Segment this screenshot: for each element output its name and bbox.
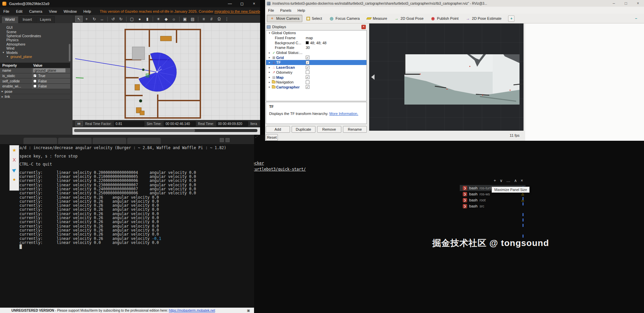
property-row-pose[interactable]: ▸pose (0, 89, 70, 95)
align-icon[interactable]: ≡ (200, 16, 207, 22)
display-row-frame-rate[interactable]: Frame Rate30 (266, 45, 366, 50)
checkbox[interactable] (306, 80, 309, 84)
tabstrip-button[interactable] (220, 138, 224, 142)
terminal-tab-root[interactable]: ❯bashroot⚠ (460, 197, 526, 203)
more-information-link[interactable]: More Information. (329, 112, 358, 116)
translate-icon[interactable]: + (83, 16, 90, 22)
expander-icon[interactable]: ▸ (267, 71, 271, 74)
property-row-self_collide[interactable]: self_collideFalse (0, 78, 70, 84)
paste-icon[interactable]: ▤ (189, 16, 196, 22)
display-row-grid[interactable]: ▸▦Grid✓ (266, 55, 366, 60)
expander-icon[interactable]: ▾ (267, 32, 271, 35)
maximize-panel-icon[interactable]: ∧ (514, 178, 517, 183)
tool-focus-camera[interactable]: ◎Focus Camera (326, 15, 363, 22)
terminal-dropdown-icon[interactable]: ∨ (500, 178, 503, 183)
add-button[interactable]: Add (266, 126, 290, 133)
terminal-output[interactable]: a/d : increase/decrease angular velocity… (19, 146, 253, 308)
copy-icon[interactable]: ▣ (181, 16, 189, 22)
tree-scrollbar[interactable] (69, 44, 70, 61)
checkbox[interactable] (33, 84, 37, 88)
property-row-is_static[interactable]: is_static✓True (0, 73, 70, 79)
spot-light-icon[interactable]: ◆ (162, 16, 170, 22)
paper-plane-icon[interactable]: ▶ (11, 167, 17, 173)
x-server-icon[interactable]: X (13, 158, 16, 162)
value-field[interactable]: ground_plane (33, 68, 65, 72)
display-row-laserscan[interactable]: ▸∴LaserScan✓ (266, 65, 366, 70)
rtf-value[interactable]: 0.81 (114, 121, 144, 126)
close-panel-icon[interactable]: × (521, 178, 523, 183)
property-value[interactable]: ✓True (32, 73, 70, 78)
horizontal-scrollbar[interactable] (74, 129, 257, 132)
point-light-icon[interactable]: ☀ (155, 16, 162, 22)
menu-file[interactable]: File (265, 8, 277, 12)
display-enabled[interactable]: ✓ (306, 66, 309, 69)
expander-icon[interactable]: ▾ (3, 51, 6, 54)
maximize-button[interactable]: ◻ (236, 0, 248, 7)
gazebo-3d-scene[interactable] (72, 23, 260, 120)
session-tab[interactable] (127, 138, 161, 144)
menu-edit[interactable]: Edit (13, 9, 26, 13)
tab-world[interactable]: World (1, 16, 18, 23)
property-value[interactable]: map (306, 36, 313, 40)
tool-move-camera[interactable]: +Move Camera (267, 15, 302, 22)
display-enabled[interactable] (306, 70, 309, 74)
tree-item-ground_plane[interactable]: ▾ground_plane (3, 55, 72, 59)
tab-layers[interactable]: Layers (36, 16, 55, 23)
expander-icon[interactable]: ▸ (267, 76, 271, 79)
pause-button[interactable]: ▮▮ (76, 121, 83, 126)
menu-view[interactable]: View (46, 9, 60, 13)
property-value[interactable]: False (32, 84, 70, 89)
close-button[interactable]: × (248, 0, 260, 7)
terminal-tab-src[interactable]: ❯bashsrc (460, 203, 526, 209)
display-row-map[interactable]: ▸▤Map✓ (266, 75, 366, 80)
expander-icon[interactable]: ▾ (7, 55, 10, 58)
expander-icon[interactable]: ▸ (267, 51, 271, 54)
rviz-titlebar[interactable]: /root/ws/ros-turtlebot3-gazebo-docker/ro… (265, 0, 644, 7)
checkbox[interactable]: ✓ (306, 85, 309, 89)
scale-icon[interactable]: ↔ (98, 16, 106, 22)
tool-measure[interactable]: Measure (364, 15, 390, 22)
property-row-enable_wi[interactable]: enable_wi...False (0, 84, 70, 89)
duplicate-button[interactable]: Duplicate (292, 126, 316, 133)
display-row-odometry[interactable]: ▸↗Odometry (266, 70, 366, 75)
minimize-button[interactable]: – (608, 0, 620, 7)
property-row-link[interactable]: ▸link (0, 94, 70, 100)
snap-icon[interactable]: # (208, 16, 215, 22)
property-value[interactable]: ground_plane (32, 68, 70, 73)
tree-item-atmosphere[interactable]: Atmosphere (3, 42, 72, 46)
new-terminal-icon[interactable]: + (494, 178, 496, 183)
globe-icon[interactable]: ● (13, 177, 15, 182)
add-tool-button[interactable]: + (508, 15, 514, 22)
session-tab[interactable] (23, 138, 57, 144)
minimize-button[interactable]: — (224, 0, 236, 7)
window-resize-grip[interactable]: ⋰ (255, 134, 259, 138)
remove-button[interactable]: Remove (317, 126, 341, 133)
display-enabled[interactable]: ✓ (306, 61, 309, 64)
checkbox[interactable]: ✓ (306, 66, 309, 69)
toolbar-overflow-button[interactable]: − (633, 15, 639, 22)
display-row-global-status-[interactable]: ▸✓Global Status:... (266, 50, 366, 55)
expander-icon[interactable]: ▸ (267, 81, 271, 84)
menu-camera[interactable]: Camera (26, 9, 46, 13)
menu-panels[interactable]: Panels (277, 8, 295, 12)
tree-item-physics[interactable]: Physics (3, 38, 72, 42)
menu-window[interactable]: Window (60, 9, 80, 13)
reset-button[interactable]: Reset (266, 134, 278, 141)
checkbox[interactable]: ✓ (306, 75, 309, 79)
star-icon[interactable]: ★ (12, 148, 16, 152)
tabstrip-button[interactable] (226, 138, 230, 142)
property-value[interactable]: 48; 48; 48 (306, 41, 327, 45)
display-row-background-c-[interactable]: Background C...48; 48; 48 (266, 40, 366, 45)
display-enabled[interactable]: ✓ (306, 75, 309, 79)
more-actions-icon[interactable]: … (506, 178, 510, 183)
rotate-icon[interactable]: ↻ (91, 16, 98, 22)
maximize-button[interactable]: □ (620, 0, 632, 7)
mobatek-link[interactable]: https://mobaxterm.mobatek.net (169, 309, 215, 312)
expander-icon[interactable]: ▸ (267, 61, 271, 64)
box-icon[interactable]: ▢ (128, 16, 136, 22)
checkbox[interactable]: ✓ (306, 56, 309, 59)
tab-insert[interactable]: Insert (19, 16, 36, 23)
overflow-icon[interactable]: ⋮ (223, 16, 231, 22)
menu-help[interactable]: Help (294, 8, 308, 12)
redo-icon[interactable]: ↻ (117, 16, 125, 22)
